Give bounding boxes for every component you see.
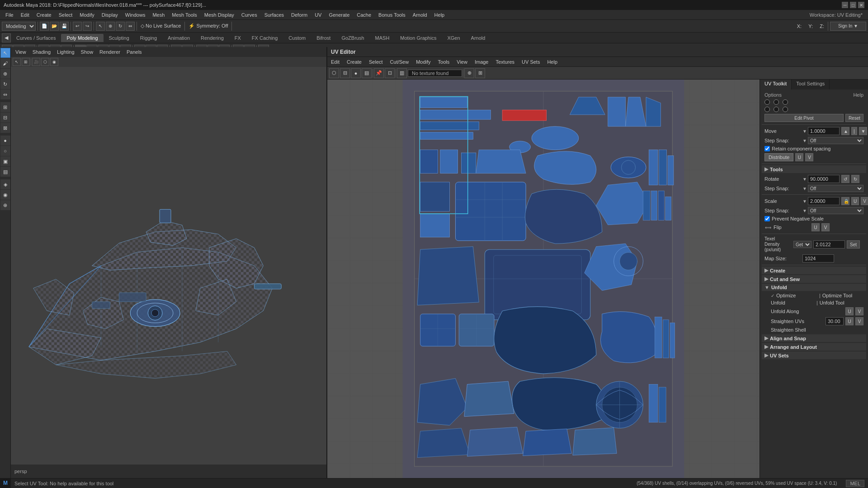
display3-left[interactable]: ⊕: [0, 200, 10, 210]
undo-btn[interactable]: ↩: [73, 22, 82, 31]
vp-cam-btn[interactable]: 🎥: [32, 58, 40, 66]
menu-mesh[interactable]: Mesh: [149, 11, 168, 19]
vp-lighting-menu[interactable]: Lighting: [54, 49, 77, 55]
move-up-btn[interactable]: ▲: [841, 127, 849, 135]
transform-btn[interactable]: ⊕: [106, 22, 115, 31]
mel-label[interactable]: MEL: [846, 480, 864, 487]
unfold-section-header[interactable]: ▼ Unfold: [762, 284, 866, 291]
move-down-btn[interactable]: ▼: [859, 127, 867, 135]
step-snap2-select[interactable]: Off: [808, 185, 863, 192]
mode-dropdown[interactable]: Modeling: [2, 22, 36, 31]
tab-fx[interactable]: FX: [229, 34, 246, 42]
map-size-value[interactable]: [802, 254, 834, 263]
redo-btn[interactable]: ↪: [83, 22, 92, 31]
scale-v-btn[interactable]: V: [861, 197, 868, 205]
component3-left[interactable]: ▣: [0, 156, 10, 166]
uv-create-menu[interactable]: Create: [343, 58, 365, 66]
rotate-value[interactable]: [808, 175, 840, 183]
minimize-btn[interactable]: ─: [842, 2, 848, 8]
radio6[interactable]: [783, 107, 788, 112]
save-file-btn[interactable]: 💾: [60, 22, 69, 31]
menu-cache[interactable]: Cache: [353, 11, 375, 19]
uv-help-menu[interactable]: Help: [543, 58, 561, 66]
move-slide-btn[interactable]: |: [851, 127, 857, 135]
move-value[interactable]: [808, 127, 840, 135]
menu-edit[interactable]: Edit: [17, 11, 33, 19]
uv-select-vert-btn[interactable]: ●: [351, 68, 361, 78]
menu-select[interactable]: Select: [55, 11, 76, 19]
rotate-tool-left[interactable]: ↻: [0, 79, 10, 89]
tab-animation[interactable]: Animation: [162, 34, 195, 42]
paint-tool-left[interactable]: 🖌: [0, 58, 10, 68]
tab-scroll-left[interactable]: ◀: [2, 33, 11, 42]
create-section-header[interactable]: ▶ Create: [762, 267, 866, 274]
tab-gozbrush[interactable]: GoZBrush: [336, 34, 369, 42]
menu-generate[interactable]: Generate: [325, 11, 353, 19]
uv-edit-menu[interactable]: Edit: [327, 58, 343, 66]
menu-create[interactable]: Create: [33, 11, 55, 19]
straighten-uvs-value[interactable]: [826, 317, 844, 325]
component2-left[interactable]: ○: [0, 146, 10, 156]
vp-show-menu[interactable]: Show: [78, 49, 96, 55]
vp-view-menu[interactable]: View: [13, 49, 29, 55]
menu-windows[interactable]: Windows: [122, 11, 149, 19]
radio5[interactable]: [774, 107, 779, 112]
tools-section-header[interactable]: ▶ Tools: [762, 165, 866, 173]
toolkit-tab-uvtoolkit[interactable]: UV Toolkit: [760, 80, 792, 89]
prevent-neg-scale-check[interactable]: [764, 216, 770, 221]
select-tool-left[interactable]: ↖: [0, 48, 10, 58]
uv-uvsets-menu[interactable]: UV Sets: [518, 58, 543, 66]
menu-mesh-display[interactable]: Mesh Display: [201, 11, 238, 19]
snap2-left[interactable]: ⊟: [0, 113, 10, 122]
uv-select-menu[interactable]: Select: [365, 58, 387, 66]
align-snap-section-header[interactable]: ▶ Align and Snap: [762, 334, 866, 342]
unfold-along-u-btn[interactable]: U: [845, 307, 854, 315]
scale-value[interactable]: [808, 197, 840, 205]
texel-get-dropdown[interactable]: Get: [793, 241, 811, 248]
uv-modify-menu[interactable]: Modify: [412, 58, 434, 66]
vp-select-btn[interactable]: ↖: [13, 58, 21, 66]
toolkit-tab-toolsettings[interactable]: Tool Settings: [792, 80, 830, 89]
rotate-btn[interactable]: ↻: [116, 22, 125, 31]
step-snap3-select[interactable]: Off: [808, 207, 863, 214]
radio3[interactable]: [783, 99, 788, 105]
step-snap1-select[interactable]: Off On: [808, 137, 863, 144]
uv-snap-btn[interactable]: ⊞: [475, 68, 485, 78]
move-tool-left[interactable]: ⊕: [0, 69, 10, 79]
tab-xgen[interactable]: XGen: [442, 34, 465, 42]
uv-image-menu[interactable]: Image: [471, 58, 492, 66]
maximize-btn[interactable]: □: [850, 2, 856, 8]
rotate-ccw-btn[interactable]: ↺: [841, 175, 849, 183]
uv-select-face-btn[interactable]: ▤: [362, 68, 372, 78]
scale-lock-btn[interactable]: 🔒: [841, 197, 849, 205]
uv-view-menu[interactable]: View: [453, 58, 471, 66]
texel-set-btn[interactable]: Set: [847, 240, 860, 249]
distribute-btn[interactable]: Distribute: [764, 153, 793, 161]
menu-curves[interactable]: Curves: [238, 11, 261, 19]
window-controls[interactable]: ─ □ ✕: [842, 2, 864, 8]
uv-checker-btn[interactable]: ▥: [397, 68, 407, 78]
scale-u-btn[interactable]: U: [851, 197, 859, 205]
uv-cutsew-menu[interactable]: Cut/Sew: [387, 58, 413, 66]
arrange-layout-section-header[interactable]: ▶ Arrange and Layout: [762, 343, 866, 351]
vp-isolate-btn[interactable]: ◉: [50, 58, 58, 66]
vp-panels-menu[interactable]: Panels: [124, 49, 145, 55]
radio4[interactable]: [764, 107, 770, 112]
snap3-left[interactable]: ⊠: [0, 123, 10, 133]
menu-mesh-tools[interactable]: Mesh Tools: [168, 11, 200, 19]
tab-poly-modeling[interactable]: Poly Modeling: [61, 34, 103, 42]
uv-sets-section-header[interactable]: ▶ UV Sets: [762, 352, 866, 359]
vp-shading-menu[interactable]: Shading: [30, 49, 53, 55]
flip-u-btn[interactable]: U: [811, 223, 820, 231]
uv-tools-menu[interactable]: Tools: [434, 58, 453, 66]
close-btn[interactable]: ✕: [858, 2, 864, 8]
scale-tool-left[interactable]: ⇔: [0, 89, 10, 99]
tab-rendering[interactable]: Rendering: [195, 34, 229, 42]
uv-select-edge-btn[interactable]: ⊟: [340, 68, 350, 78]
uv-select-uv-btn[interactable]: ⬡: [329, 68, 339, 78]
menu-deform[interactable]: Deform: [288, 11, 311, 19]
component-left[interactable]: ●: [0, 136, 10, 145]
display-left[interactable]: ◈: [0, 179, 10, 189]
tab-mash[interactable]: MASH: [370, 34, 395, 42]
menu-arnold[interactable]: Arnold: [409, 11, 431, 19]
